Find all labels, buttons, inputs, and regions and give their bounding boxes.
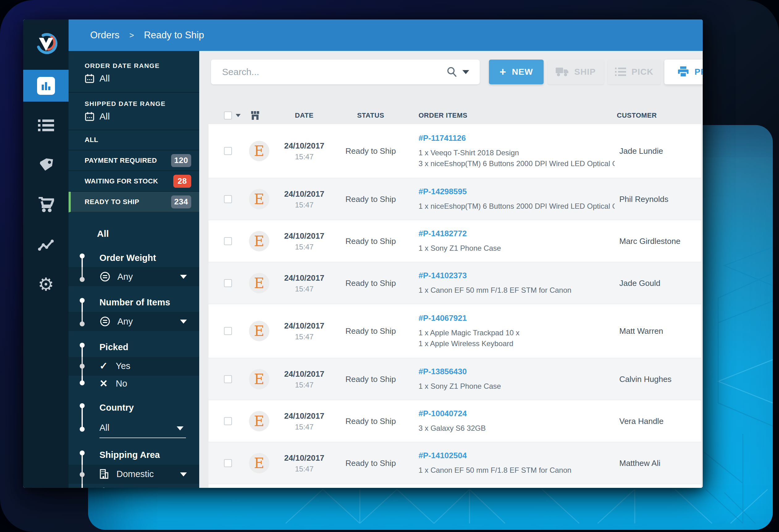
veeqo-logo[interactable] — [34, 30, 59, 56]
shipping-area-domestic-option[interactable]: Domestic — [69, 465, 199, 484]
order-id-link[interactable]: #P-14298595 — [419, 187, 616, 196]
sidebar-item-products[interactable] — [23, 156, 69, 173]
select-menu-caret[interactable] — [236, 107, 241, 124]
channel-letter: E — [254, 143, 264, 159]
column-header-order-items[interactable]: ORDER ITEMS — [419, 107, 467, 124]
sidebar-item-purchases[interactable] — [23, 196, 69, 213]
filter-country-title: Country — [100, 403, 134, 413]
order-date-cell: 24/10/2017 15:47 — [278, 189, 331, 209]
order-time: 15:47 — [278, 284, 331, 293]
status-filter-label: ALL — [84, 136, 98, 144]
order-weight-dropdown[interactable]: Any — [69, 267, 199, 286]
chevron-down-icon — [177, 426, 183, 430]
breadcrumb: Orders > Ready to Ship — [90, 29, 204, 41]
country-select[interactable]: All — [100, 420, 186, 438]
channel-avatar: E — [249, 453, 269, 473]
order-id-link[interactable]: #P-14067921 — [419, 313, 616, 323]
print-button[interactable]: PRINT — [664, 60, 703, 84]
shipped-date-range-section[interactable]: SHIPPED DATE RANGE All — [69, 92, 199, 130]
order-table-row[interactable]: E 24/10/2017 15:47 Ready to Ship #P-1410… — [208, 262, 701, 304]
status-filter-row[interactable]: READY TO SHIP 234 — [69, 192, 199, 212]
row-checkbox[interactable] — [224, 279, 232, 287]
order-id-link[interactable]: #P-10040724 — [419, 409, 616, 418]
customer-name: Calvin Hughes — [619, 374, 671, 384]
ship-button[interactable]: SHIP — [548, 60, 604, 84]
status-filter-row[interactable]: WAITING FOR STOCK 28 — [69, 171, 199, 192]
row-checkbox[interactable] — [224, 459, 232, 467]
new-button[interactable]: + NEW — [489, 60, 544, 84]
column-header-date[interactable]: DATE — [278, 107, 331, 124]
row-checkbox[interactable] — [224, 327, 232, 335]
calendar-icon — [84, 73, 95, 83]
trend-icon — [38, 239, 54, 252]
row-checkbox[interactable] — [224, 195, 232, 203]
order-item-line: 1 x Veeqo T-Shirt 2018 Design — [419, 147, 615, 158]
breadcrumb-section[interactable]: Orders — [90, 29, 120, 41]
customer-name: Phil Reynolds — [619, 194, 668, 204]
column-header-customer[interactable]: CUSTOMER — [617, 107, 657, 124]
order-id-link[interactable]: #P-14102373 — [419, 271, 616, 280]
order-id-link[interactable]: #P-14182772 — [419, 229, 616, 239]
order-items-cell: #P-14102504 1 x Canon EF 50 mm F/1.8 EF … — [419, 451, 616, 475]
search-options-caret[interactable] — [462, 70, 469, 74]
row-checkbox[interactable] — [224, 147, 232, 155]
sidebar-item-orders[interactable] — [23, 117, 69, 134]
row-checkbox[interactable] — [224, 375, 232, 383]
pick-button-label: PICK — [632, 67, 654, 77]
sidebar-item-settings[interactable]: ⚙ — [23, 276, 69, 293]
filter-all[interactable]: All — [97, 228, 109, 239]
order-id-link[interactable]: #P-13856430 — [419, 367, 616, 376]
number-of-items-dropdown[interactable]: Any — [69, 312, 199, 331]
order-date-cell: 24/10/2017 15:47 — [278, 411, 331, 431]
order-id-link[interactable]: #P-11741126 — [419, 133, 616, 143]
order-date-range-section[interactable]: ORDER DATE RANGE All — [69, 51, 199, 92]
order-table-row[interactable]: E 24/10/2017 15:47 Ready to Ship #P-1385… — [208, 358, 701, 400]
search-input[interactable] — [222, 66, 446, 77]
order-table-row[interactable]: E 24/10/2017 15:47 Ready to Ship #P-1429… — [208, 178, 701, 220]
channel-letter: E — [254, 191, 264, 207]
list-icon — [38, 119, 54, 132]
order-table-row[interactable]: E 24/10/2017 15:47 Ready to Ship #P-1004… — [208, 400, 701, 442]
shipped-date-range-value[interactable]: All — [84, 111, 110, 122]
orders-table-body: E 24/10/2017 15:47 Ready to Ship #P-1174… — [208, 124, 701, 488]
column-header-status[interactable]: STATUS — [341, 107, 400, 124]
status-filter-row[interactable]: PAYMENT REQUIRED 120 — [69, 150, 199, 171]
order-table-row[interactable]: E 24/10/2017 15:47 Ready to Ship #P-1410… — [208, 442, 701, 484]
status-filter-label: PAYMENT REQUIRED — [84, 156, 157, 164]
order-table-row[interactable]: E 24/10/2017 15:47 Ready to Ship #P-1418… — [208, 220, 701, 262]
order-items-lines: 1 x niceEshop(TM) 6 Buttons 2000 DPI Wir… — [419, 201, 616, 211]
customer-name: Matthew Ali — [619, 458, 660, 468]
order-date-cell: 24/10/2017 15:47 — [278, 231, 331, 251]
chevron-down-icon — [180, 320, 187, 324]
row-checkbox[interactable] — [224, 417, 232, 425]
filter-order-weight-title: Order Weight — [100, 253, 156, 263]
shipping-area-international-option[interactable]: International — [69, 484, 199, 488]
filter-sidebar: ORDER DATE RANGE All SHIPPED DATE RANGE — [69, 51, 199, 488]
check-icon: ✓ — [100, 360, 108, 372]
customer-name: Marc Girdlestone — [619, 236, 680, 246]
order-items-cell: #P-14067921 1 x Apple Magic Trackpad 10 … — [419, 313, 616, 349]
order-date-cell: 24/10/2017 15:47 — [278, 369, 331, 389]
store-channel-icon — [250, 107, 260, 124]
order-date-range-value[interactable]: All — [84, 73, 110, 84]
picked-no-option[interactable]: ✕ No — [69, 375, 199, 393]
status-filter-label: WAITING FOR STOCK — [84, 177, 158, 185]
order-table-row[interactable]: E 24/10/2017 15:47 Ready to Ship #P-1174… — [208, 124, 701, 178]
veeqo-logo-icon — [34, 30, 59, 56]
sidebar-item-reports[interactable] — [23, 237, 69, 254]
globe-icon — [99, 487, 109, 488]
order-item-line: 1 x Apple Wireless Keyboard — [419, 338, 615, 349]
picked-yes-option[interactable]: ✓ Yes — [69, 357, 199, 376]
x-icon: ✕ — [100, 378, 108, 389]
order-table-row[interactable]: E 24/10/2017 15:47 Ready to Ship #P-1406… — [208, 304, 701, 358]
search-icon[interactable] — [446, 66, 458, 78]
pick-button[interactable]: PICK — [608, 60, 661, 84]
status-filter-row[interactable]: ALL — [69, 130, 199, 150]
order-time: 15:47 — [278, 422, 331, 431]
sidebar-item-dashboard[interactable] — [23, 70, 69, 102]
order-id-link[interactable]: #P-14102504 — [419, 451, 616, 460]
select-all-checkbox[interactable] — [224, 107, 232, 124]
order-date: 24/10/2017 — [278, 273, 331, 282]
row-checkbox[interactable] — [224, 237, 232, 245]
order-table-row-partial[interactable] — [208, 484, 701, 488]
